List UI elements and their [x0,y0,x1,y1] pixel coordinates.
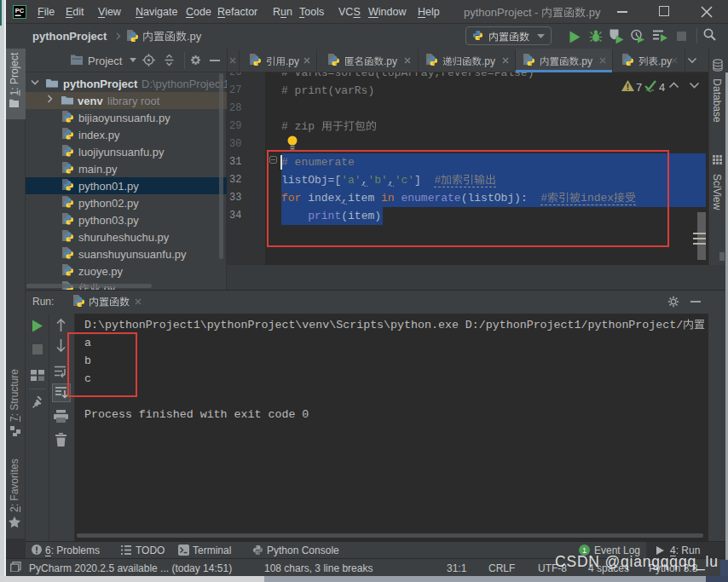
svg-text:PC: PC [15,7,25,14]
